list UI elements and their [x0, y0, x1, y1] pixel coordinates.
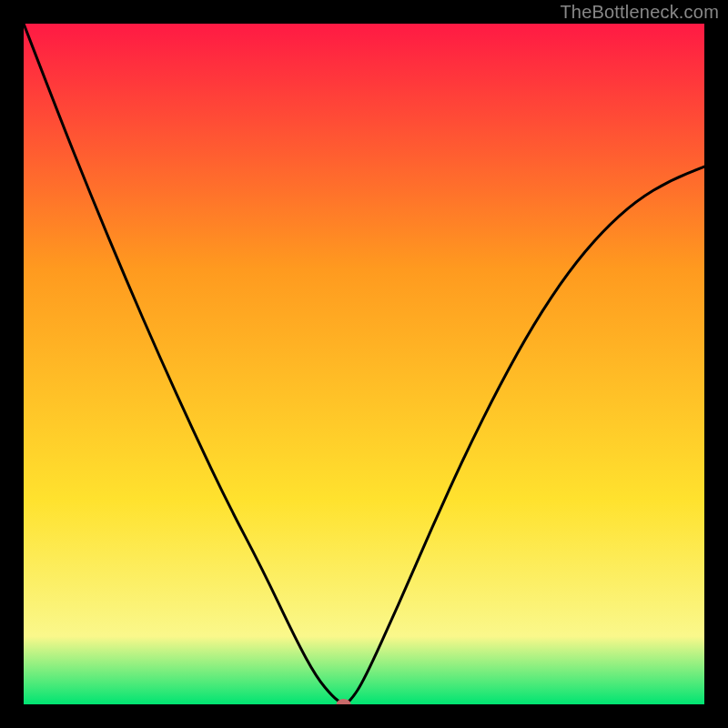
plot-area — [24, 24, 704, 704]
chart-frame: TheBottleneck.com — [0, 0, 728, 728]
watermark-label: TheBottleneck.com — [560, 2, 719, 23]
plot-svg — [24, 24, 704, 704]
gradient-background — [24, 24, 704, 704]
